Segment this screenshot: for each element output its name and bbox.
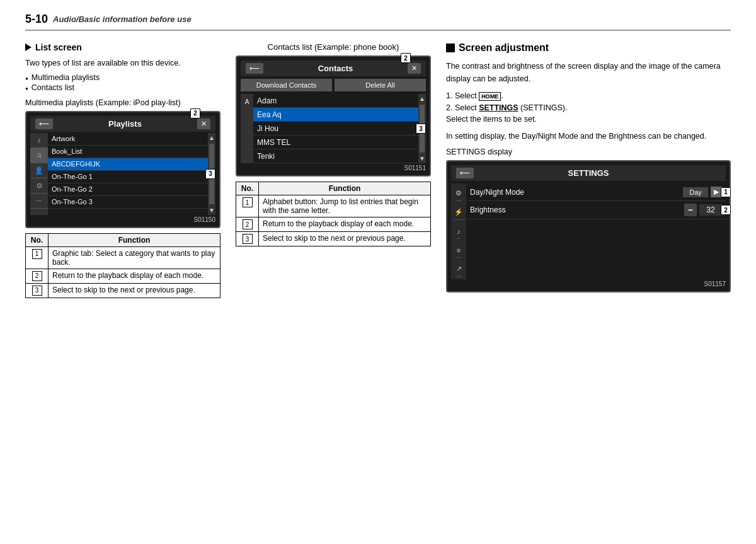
list-screen-heading: List screen xyxy=(25,42,220,52)
day-night-label: Day/Night Mode xyxy=(470,188,683,197)
table-cell-num: 2 xyxy=(26,269,49,283)
table-cell-desc: Select to skip to the next or previous p… xyxy=(49,283,220,298)
playlist-item-5[interactable]: On-The-Go 3 xyxy=(48,196,208,209)
table-row: 3 Select to skip to the next or previous… xyxy=(236,232,431,246)
header-title: Audio/Basic information before use xyxy=(53,14,192,24)
triangle-icon xyxy=(25,43,32,51)
settings-badge-2: 2 xyxy=(721,205,731,215)
contacts-items-col: Adam Eea Aq Ji Hou MMS TEL Tenki xyxy=(253,94,418,163)
contacts-scroll-down[interactable]: ▼ xyxy=(418,154,427,163)
download-contacts-btn[interactable]: Download Contacts xyxy=(241,79,332,91)
playlist-item-4[interactable]: On-The-Go 2 xyxy=(48,183,208,196)
table-header-func-m: Function xyxy=(259,182,431,195)
contact-item-4[interactable]: Tenki xyxy=(253,149,418,163)
contacts-func-table: No. Function 1 Alphabet button: Jump to … xyxy=(236,182,431,246)
playlist-screen-mockup: 2 ⟵ Playlists ✕ ♪ ♫ 👤 ⊙ ··· xyxy=(25,111,220,228)
playlist-back-btn[interactable]: ⟵ xyxy=(35,119,53,129)
contact-item-1[interactable]: Eea Aq xyxy=(253,108,418,122)
table-header-no: No. xyxy=(26,233,49,246)
brightness-minus-btn[interactable]: − xyxy=(684,204,697,216)
brightness-row: Brightness − 32 2 xyxy=(466,201,726,219)
settings-titlebar: ⟵ SETTINGS xyxy=(451,165,726,181)
screen-adj-desc: The contrast and brightness of the scree… xyxy=(446,60,731,85)
badge-2: 2 xyxy=(190,108,200,119)
table-cell-desc-m: Select to skip to the next or previous p… xyxy=(259,232,431,246)
settings-title: SETTINGS xyxy=(568,168,609,178)
table-cell-num: 1 xyxy=(26,246,49,269)
num-box-2: 2 xyxy=(32,271,42,281)
playlist-list-area: ♪ ♫ 👤 ⊙ ··· Artwork Book_List ABCDEFGHIJ… xyxy=(30,133,215,215)
playlist-item-2[interactable]: ABCDEFGHIJK xyxy=(48,158,208,171)
num-box-m2: 2 xyxy=(243,219,253,229)
day-night-row: Day/Night Mode Day ▶ 1 xyxy=(466,183,726,201)
playlist-items-col: Artwork Book_List ABCDEFGHIJK On-The-Go … xyxy=(48,133,208,215)
num-box-m3: 3 xyxy=(243,234,253,244)
contacts-screen-code: S01151 xyxy=(241,165,426,171)
settings-screen-code: S01157 xyxy=(451,281,726,287)
contacts-scroll-up[interactable]: ▲ xyxy=(418,94,427,103)
playlist-item-3[interactable]: On-The-Go 1 xyxy=(48,171,208,183)
contact-item-0[interactable]: Adam xyxy=(253,94,418,108)
contacts-back-btn[interactable]: ⟵ xyxy=(246,63,263,74)
playlist-item-0[interactable]: Artwork xyxy=(48,133,208,146)
list-screen-title: List screen xyxy=(35,42,82,52)
day-night-value: Day xyxy=(683,187,708,197)
settings-screen-mockup: ⟵ SETTINGS ⚙ ⚡ ♪ ≡ ↗ xyxy=(446,160,731,292)
icon-note: ♫ xyxy=(30,148,48,163)
table-cell-desc-m: Return to the playback display of each m… xyxy=(259,217,431,232)
contacts-badge-2: 2 xyxy=(401,53,411,63)
table-cell-num-m: 3 xyxy=(236,232,259,246)
table-cell-num-m: 1 xyxy=(236,195,259,217)
contacts-list-area: A Adam Eea Aq Ji Hou MMS TEL Tenki ▲ ▼ xyxy=(241,94,426,163)
contact-item-2[interactable]: Ji Hou xyxy=(253,122,418,136)
col-left: List screen Two types of list are availa… xyxy=(25,42,220,298)
delete-all-btn[interactable]: Delete All xyxy=(335,79,426,91)
settings-icon-arrow: ↗ xyxy=(456,262,462,277)
settings-main: Day/Night Mode Day ▶ 1 Brightness − xyxy=(466,183,726,279)
settings-display-label: SETTINGS display xyxy=(446,148,731,156)
screen-adj-note: In setting display, the Day/Night Mode a… xyxy=(446,130,731,142)
table-cell-num-m: 2 xyxy=(236,217,259,232)
playlist-item-1[interactable]: Book_List xyxy=(48,146,208,158)
header-bar: 5-10 Audio/Basic information before use xyxy=(25,13,731,31)
contacts-screen-mockup: 2 ⟵ Contacts ✕ Download Contacts Delete … xyxy=(236,55,431,177)
settings-content: ⚙ ⚡ ♪ ≡ ↗ Day/Night Mode Day ▶ xyxy=(451,183,726,279)
settings-icon-gear: ⚙ xyxy=(455,186,462,201)
num-box-3: 3 xyxy=(32,286,42,296)
contacts-example-label: Contacts list (Example: phone book) xyxy=(236,42,431,52)
steps-list: 1. Select HOME. 2. Select SETTINGS (SETT… xyxy=(446,91,731,124)
settings-icon-list: ≡ xyxy=(457,243,461,258)
table-row: 2 Return to the playback display of each… xyxy=(236,217,431,232)
contact-item-3[interactable]: MMS TEL xyxy=(253,136,418,149)
col-right: Screen adjustment The contrast and brigh… xyxy=(446,42,731,298)
settings-icon-music: ♪ xyxy=(457,224,461,239)
bullet-multimedia: Multimedia playlists xyxy=(25,73,220,82)
table-row: 1 Graphic tab: Select a category that wa… xyxy=(26,246,220,269)
screen-adj-title: Screen adjustment xyxy=(459,42,549,54)
scroll-up-arrow[interactable]: ▲ xyxy=(207,133,216,142)
contacts-close-btn[interactable]: ✕ xyxy=(408,63,421,74)
settings-underline: SETTINGS xyxy=(479,103,518,112)
icon-circle: ⊙ xyxy=(30,178,48,194)
playlist-title: Playlists xyxy=(108,119,142,129)
brightness-control: − 32 xyxy=(684,204,722,216)
day-night-control: Day ▶ xyxy=(683,187,722,197)
bullet-list: Multimedia playlists Contacts list xyxy=(25,73,220,92)
brightness-label: Brightness xyxy=(470,205,684,214)
scroll-down-arrow[interactable]: ▼ xyxy=(207,205,216,215)
settings-icon-bt: ⚡ xyxy=(454,205,463,220)
playlist-close-btn[interactable]: ✕ xyxy=(197,119,210,129)
playlist-func-table: No. Function 1 Graphic tab: Select a cat… xyxy=(25,233,220,298)
playlist-icons-col: ♪ ♫ 👤 ⊙ ··· xyxy=(30,133,48,215)
settings-back-btn[interactable]: ⟵ xyxy=(456,168,474,178)
table-cell-num: 3 xyxy=(26,283,49,298)
playlist-titlebar: ⟵ Playlists ✕ xyxy=(30,116,215,132)
content-columns: List screen Two types of list are availa… xyxy=(25,42,731,298)
home-button-inline: HOME xyxy=(479,92,501,101)
num-box-m1: 1 xyxy=(243,197,253,207)
brightness-value: 32 xyxy=(699,204,722,216)
step-1: 1. Select HOME. xyxy=(446,91,731,101)
col-middle: Contacts list (Example: phone book) 2 ⟵ … xyxy=(236,42,431,298)
step-3: Select the items to be set. xyxy=(446,115,731,124)
table-cell-desc: Return to the playback display of each m… xyxy=(49,269,220,283)
